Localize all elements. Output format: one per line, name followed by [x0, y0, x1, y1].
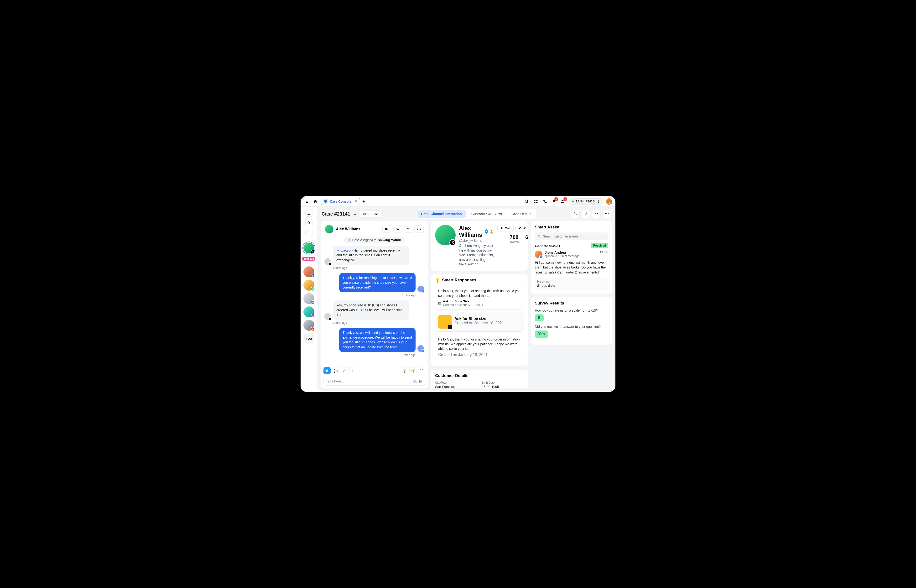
- view-tabs: Omni-Channel Interaction Customer 360 Vi…: [416, 209, 537, 219]
- svg-rect-1: [534, 200, 536, 201]
- close-tab-icon[interactable]: ×: [355, 199, 357, 204]
- status-desk: PBK 3: [586, 200, 595, 203]
- phone-icon[interactable]: [542, 198, 548, 205]
- facebook-icon: f: [311, 273, 315, 278]
- people-icon[interactable]: 8: [560, 198, 566, 205]
- status-time: 15:34: [576, 200, 583, 203]
- call-button[interactable]: Call: [497, 225, 514, 232]
- person-icon: [348, 238, 351, 242]
- case-dropdown-icon[interactable]: ⌄: [353, 212, 356, 216]
- profile-handle: @alex_williams: [459, 239, 494, 242]
- active-conv-timer: 10m 32s: [302, 257, 316, 261]
- messenger-icon: ✉: [311, 300, 315, 304]
- workspace-tab[interactable]: 💙 Care Console ×: [320, 198, 360, 205]
- subheader: Case #23141 ⌄ 00:05:32 Omni-Channel Inte…: [317, 207, 615, 221]
- whatsapp-button[interactable]: ✆ Whatsapp: [515, 225, 528, 232]
- survey-q2: Did you receive an answer to your questi…: [535, 325, 608, 329]
- inbound-message: Yes, my shoe size is 10 (US) and shoes I…: [333, 300, 409, 320]
- conversation-avatar-3[interactable]: ✆: [303, 280, 314, 291]
- doc-icon: ▤: [438, 301, 441, 305]
- conversation-avatar-2[interactable]: f: [303, 267, 314, 277]
- twitter-channel-icon[interactable]: [324, 367, 331, 374]
- timestamp: 6 mins ago: [333, 267, 424, 270]
- assist-case-id: Case #3784921: [535, 244, 560, 248]
- smart-response-item[interactable]: Ask for Shoe size Created on January 18,…: [435, 312, 524, 332]
- expand-icon[interactable]: ⛶: [418, 367, 425, 374]
- more-icon[interactable]: •••: [602, 210, 611, 218]
- survey-a1: 9: [535, 314, 544, 321]
- assignment-pill: Case Assigned to Shivang Mathur: [344, 237, 405, 243]
- assist-search: [535, 233, 608, 240]
- stat-followers: 69.12KFollowers: [525, 234, 528, 244]
- magic-icon[interactable]: [581, 210, 590, 218]
- reddit-icon: ●: [311, 327, 315, 331]
- heart-icon: 💙: [323, 199, 328, 204]
- outbound-message: Thank you for reaching out to LuxeGlow. …: [339, 273, 416, 292]
- search-icon: [538, 235, 541, 238]
- compose-input[interactable]: [326, 380, 410, 383]
- home-icon[interactable]: [312, 199, 318, 204]
- profile-bio: Out here living my best life with my dog…: [459, 244, 494, 267]
- template-icon[interactable]: ▤: [419, 379, 422, 383]
- conversation-avatar-1[interactable]: 𝕏: [303, 242, 314, 254]
- viber-icon: ☏: [311, 313, 315, 318]
- assist-summary: Hardware Shoes Sold: [535, 278, 608, 290]
- tab-customer-360[interactable]: Customer 360 View: [467, 210, 506, 218]
- smart-response-item[interactable]: Hello Alex, thank you for sharing this w…: [435, 286, 524, 310]
- smart-assist-card: Smart Assist Case #3784921 Resolved Jion…: [531, 221, 612, 294]
- chat-more-icon[interactable]: •••: [414, 226, 424, 233]
- status-pill[interactable]: 15:34 PBK 3: [569, 199, 604, 205]
- apps-grid-icon[interactable]: [532, 198, 539, 205]
- case-title: Case #23141: [322, 211, 350, 217]
- notif-badge: 8: [554, 197, 558, 201]
- status-dot-icon: [572, 200, 574, 202]
- tab-case-details[interactable]: Case Details: [507, 210, 536, 218]
- tab-omni-channel[interactable]: Omni-Channel Interaction: [417, 210, 466, 218]
- stat-tweets: 708Tweets: [510, 234, 519, 244]
- timestamp: 2 mins ago: [324, 353, 416, 357]
- menu-icon[interactable]: ☰: [305, 210, 312, 217]
- detail-birth: Birth Date15-02-1995: [482, 381, 524, 388]
- status-badge: Resolved: [591, 243, 608, 248]
- customer-name: Alex Williams: [336, 227, 361, 231]
- collapse-icon[interactable]: [571, 210, 579, 218]
- chevron-right-icon[interactable]: ›: [305, 229, 312, 236]
- user-avatar[interactable]: [606, 199, 612, 205]
- video-call-icon[interactable]: [382, 226, 392, 233]
- customer-avatar: [325, 225, 333, 233]
- svg-point-10: [348, 239, 350, 240]
- wifi-icon: [597, 200, 600, 204]
- refresh-icon[interactable]: [592, 210, 600, 218]
- bulb-icon[interactable]: 💡: [401, 367, 408, 374]
- conversation-avatar-5[interactable]: ☏: [303, 306, 314, 317]
- timestamp: 2 mins ago: [333, 321, 424, 325]
- conversation-avatar-4[interactable]: ✉: [303, 293, 314, 304]
- attach-icon[interactable]: 📎: [412, 379, 417, 383]
- sms-channel-icon[interactable]: 💬: [332, 367, 339, 374]
- leaf-icon[interactable]: 🌱: [409, 367, 416, 374]
- svg-point-7: [598, 202, 599, 203]
- x-badge-icon: 𝕏: [450, 239, 456, 246]
- smart-response-item[interactable]: Hello Alex, thank you for sharing your o…: [435, 334, 524, 360]
- add-tab-icon[interactable]: +: [363, 199, 366, 205]
- search-icon[interactable]: [523, 198, 530, 205]
- chat-refresh-icon[interactable]: [404, 226, 413, 233]
- conversation-avatar-6[interactable]: ●: [303, 320, 314, 331]
- timestamp: 5 mins ago: [324, 294, 416, 297]
- bell-icon[interactable]: 8: [550, 198, 557, 205]
- msg-avatar: [418, 345, 424, 352]
- smart-responses-card: 💡Smart Responses Hello Alex, thank you f…: [431, 274, 528, 366]
- msg-avatar: [324, 258, 331, 265]
- whatsapp-icon: ✆: [311, 287, 315, 291]
- profile-avatar: 𝕏: [435, 225, 456, 246]
- verified-icon: ✓: [485, 229, 488, 234]
- assist-search-input[interactable]: [543, 234, 605, 238]
- more-conversations[interactable]: +20: [303, 333, 314, 344]
- app-window: 💙 Care Console × + 8 8 15:34 PBK 3: [301, 196, 615, 392]
- people-badge: 8: [563, 197, 567, 201]
- whatsapp-channel-icon[interactable]: ✆: [341, 367, 348, 374]
- voice-call-icon[interactable]: [393, 226, 402, 233]
- facebook-channel-icon[interactable]: f: [349, 367, 356, 374]
- compose-box: 📎 ▤: [324, 377, 425, 386]
- rail-search-icon[interactable]: [305, 219, 312, 226]
